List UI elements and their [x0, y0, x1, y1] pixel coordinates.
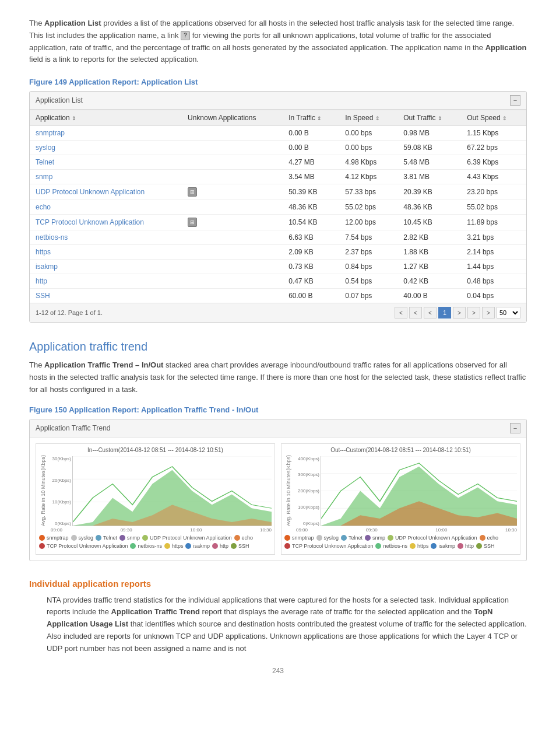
- pagination-controls[interactable]: < < < 1 > > > 50 25 100: [395, 307, 520, 318]
- table-row: syslog0.00 B0.00 bps59.08 KB67.22 bps: [30, 141, 526, 155]
- figure149-title: Figure 149 Application Report: Applicati…: [29, 78, 527, 86]
- unknown-cell: ⊞: [182, 184, 283, 200]
- in-speed-cell: 57.33 bps: [339, 184, 397, 200]
- table-row: TCP Protocol Unknown Application⊞10.54 K…: [30, 215, 526, 230]
- table-header-row: Application ⇕ Unknown Applications In Tr…: [30, 110, 526, 126]
- in-traffic-cell: 4.27 MB: [283, 155, 339, 170]
- legend-color-dot: [410, 543, 416, 549]
- legend-item: UDP Protocol Unknown Application: [388, 535, 477, 541]
- next-page-button[interactable]: >: [467, 307, 480, 318]
- in-speed-cell: 4.98 Kbps: [339, 155, 397, 170]
- col-out-speed[interactable]: Out Speed ⇕: [461, 110, 526, 126]
- unknown-app-icon[interactable]: ⊞: [188, 187, 197, 197]
- legend-color-dot: [365, 535, 371, 541]
- trend-panel-header: Application Traffic Trend −: [30, 419, 526, 438]
- app-link[interactable]: https: [36, 248, 51, 256]
- out-speed-cell: 4.43 Kbps: [461, 170, 526, 184]
- in-speed-cell: 0.84 bps: [339, 260, 397, 274]
- legend-label: Telnet: [349, 535, 363, 541]
- out-traffic-cell: 20.39 KB: [397, 184, 461, 200]
- intro-paragraph: The Application List provides a list of …: [29, 18, 527, 66]
- legend-label: syslog: [324, 535, 339, 541]
- in-speed-cell: 0.54 bps: [339, 274, 397, 289]
- out-chart-panel: Out---Custom(2014-08-12 08:51 --- 2014-0…: [281, 443, 520, 555]
- app-name-cell: snmptrap: [30, 126, 182, 141]
- unknown-cell: [182, 245, 283, 260]
- legend-item: Telnet: [96, 535, 117, 541]
- col-unknown: Unknown Applications: [182, 110, 283, 126]
- collapse-button[interactable]: −: [510, 95, 520, 106]
- legend-label: SSH: [484, 543, 495, 549]
- unknown-app-icon[interactable]: ⊞: [188, 218, 197, 227]
- table-row: https2.09 KB2.37 bps1.88 KB2.14 bps: [30, 245, 526, 260]
- legend-label: snmptrap: [292, 535, 314, 541]
- out-traffic-cell: 40.00 B: [397, 289, 461, 303]
- col-out-traffic[interactable]: Out Traffic ⇕: [397, 110, 461, 126]
- out-y-ticks: 400(Kbps) 300(Kbps) 200(Kbps) 100(Kbps) …: [291, 456, 321, 526]
- intro-bold1: Application List: [44, 19, 101, 27]
- legend-item: isakmp: [431, 543, 455, 549]
- in-traffic-cell: 2.09 KB: [283, 245, 339, 260]
- legend-item: Telnet: [341, 535, 363, 541]
- out-traffic-cell: 0.42 KB: [397, 274, 461, 289]
- legend-color-dot: [341, 535, 347, 541]
- col-in-traffic[interactable]: In Traffic ⇕: [283, 110, 339, 126]
- prev-page-button[interactable]: <: [409, 307, 422, 318]
- legend-item: https: [410, 543, 429, 549]
- legend-item: netbios-ns: [130, 543, 162, 549]
- legend-label: http: [220, 543, 228, 549]
- out-speed-cell: 0.48 bps: [461, 274, 526, 289]
- first-page-button[interactable]: <: [395, 307, 407, 318]
- legend-item: snmp: [119, 535, 140, 541]
- per-page-select[interactable]: 50 25 100: [497, 307, 520, 318]
- col-application[interactable]: Application ⇕: [30, 110, 182, 126]
- next-step-button[interactable]: >: [453, 307, 466, 318]
- in-speed-cell: 0.00 bps: [339, 141, 397, 155]
- app-name-cell: Telnet: [30, 155, 182, 170]
- legend-label: syslog: [79, 535, 94, 541]
- legend-item: http: [458, 543, 474, 549]
- table-row: SSH60.00 B0.07 bps40.00 B0.04 bps: [30, 289, 526, 303]
- table-row: echo48.36 KB55.02 bps48.36 KB55.02 bps: [30, 200, 526, 215]
- last-page-button[interactable]: >: [482, 307, 495, 318]
- app-link[interactable]: TCP Protocol Unknown Application: [36, 218, 144, 226]
- app-name-cell: snmp: [30, 170, 182, 184]
- prev-step-button[interactable]: <: [424, 307, 437, 318]
- legend-label: netbios-ns: [383, 543, 407, 549]
- out-traffic-cell: 1.27 KB: [397, 260, 461, 274]
- app-link[interactable]: snmptrap: [36, 129, 65, 137]
- app-name-cell: TCP Protocol Unknown Application: [30, 215, 182, 230]
- app-name-cell: UDP Protocol Unknown Application: [30, 184, 182, 200]
- legend-item: https: [164, 543, 184, 549]
- app-link[interactable]: snmp: [36, 173, 52, 181]
- legend-color-dot: [164, 543, 170, 549]
- legend-label: echo: [242, 535, 254, 541]
- trend-collapse-button[interactable]: −: [510, 423, 520, 433]
- legend-color-dot: [130, 543, 136, 549]
- legend-item: snmptrap: [284, 535, 314, 541]
- app-link[interactable]: echo: [36, 203, 51, 211]
- out-chart-wrapper: Avg. Rate in 10 Minutes(Kbps) 400(Kbps) …: [284, 456, 517, 526]
- app-link[interactable]: syslog: [36, 144, 55, 152]
- legend-label: isakmp: [438, 543, 455, 549]
- legend-label: TCP Protocol Unknown Application: [47, 543, 128, 549]
- app-link[interactable]: UDP Protocol Unknown Application: [36, 188, 145, 196]
- app-link[interactable]: http: [36, 277, 47, 285]
- app-link[interactable]: isakmp: [36, 262, 58, 271]
- in-traffic-cell: 60.00 B: [283, 289, 339, 303]
- intro-text4: field is a link to reports for the selec…: [29, 55, 199, 64]
- legend-label: Telnet: [103, 535, 117, 541]
- col-in-speed[interactable]: In Speed ⇕: [339, 110, 397, 126]
- out-chart-legend: snmptrapsyslogTelnetsnmpUDP Protocol Unk…: [284, 533, 517, 551]
- out-y-axis-label: Avg. Rate in 10 Minutes(Kbps): [284, 456, 291, 526]
- in-chart-title: In---Custom(2014-08-12 08:51 --- 2014-08…: [39, 447, 272, 453]
- in-traffic-cell: 0.00 B: [283, 126, 339, 141]
- in-traffic-cell: 6.63 KB: [283, 230, 339, 245]
- app-link[interactable]: SSH: [36, 292, 50, 300]
- out-speed-cell: 6.39 Kbps: [461, 155, 526, 170]
- unknown-cell: [182, 230, 283, 245]
- legend-item: syslog: [316, 535, 339, 541]
- app-link[interactable]: netbios-ns: [36, 233, 68, 242]
- app-link[interactable]: Telnet: [36, 158, 54, 166]
- out-traffic-cell: 3.81 MB: [397, 170, 461, 184]
